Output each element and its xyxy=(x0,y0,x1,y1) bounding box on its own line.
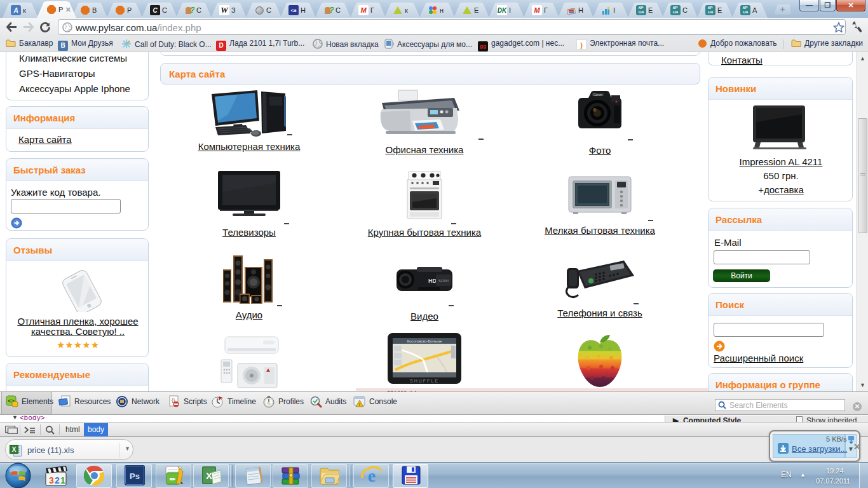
svg-text:Canon: Canon xyxy=(593,93,603,97)
svg-text:%: % xyxy=(267,402,271,405)
svg-text:2: 2 xyxy=(55,475,60,485)
svg-text:1: 1 xyxy=(60,475,65,485)
svg-text:SHUFFLE: SHUFFLE xyxy=(410,379,439,383)
svg-text:3: 3 xyxy=(49,475,54,485)
svg-text:X: X xyxy=(206,470,212,481)
svg-text:!: ! xyxy=(359,402,360,407)
svg-text:SONY: SONY xyxy=(438,279,449,283)
svg-text:Косоговско-Больше: Косоговско-Больше xyxy=(407,339,442,343)
svg-text:X: X xyxy=(12,446,17,453)
svg-text:Ps: Ps xyxy=(130,471,140,481)
svg-text:✏: ✏ xyxy=(170,475,176,483)
svg-text:HD: HD xyxy=(428,278,437,284)
